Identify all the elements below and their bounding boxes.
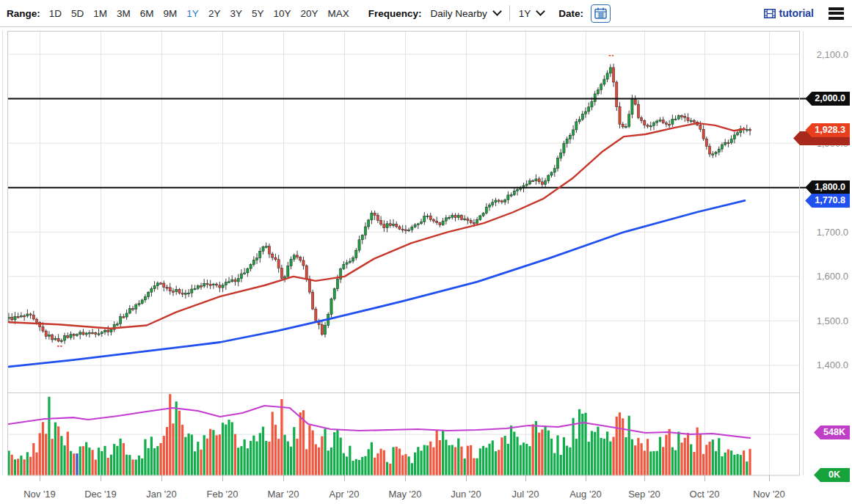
calendar-button[interactable] — [591, 4, 611, 23]
x-axis-label: Jan '20 — [146, 489, 177, 500]
film-icon — [764, 9, 776, 18]
x-axis-label: Nov '20 — [753, 489, 785, 500]
ma200-line — [9, 200, 745, 366]
toolbar: Range: 1D5D1M3M6M9M1Y2Y3Y5Y10Y20YMAX Fre… — [0, 0, 852, 27]
range-label: Range: — [7, 8, 40, 19]
range-1m[interactable]: 1M — [93, 8, 107, 19]
volume-ma-line — [9, 406, 750, 438]
range-5y[interactable]: 5Y — [252, 8, 264, 19]
range-max[interactable]: MAX — [327, 8, 349, 19]
range-3y[interactable]: 3Y — [230, 8, 242, 19]
x-axis-label: Feb '20 — [207, 489, 239, 500]
period-dropdown[interactable]: 1Y — [519, 8, 545, 19]
volume-ma-badge: 548K — [814, 426, 850, 439]
range-1d[interactable]: 1D — [49, 8, 62, 19]
range-20y[interactable]: 20Y — [300, 8, 318, 19]
ma200-value-badge: 1,770.8 — [805, 194, 850, 208]
range-list: 1D5D1M3M6M9M1Y2Y3Y5Y10Y20YMAX — [49, 8, 349, 19]
y-axis-label: 1,700.0 — [817, 227, 848, 238]
range-9m[interactable]: 9M — [164, 8, 178, 19]
chevron-down-icon — [492, 7, 502, 16]
price-chart[interactable]: Nov '19Dec '19Jan '20Feb '20Mar '20Apr '… — [0, 0, 852, 504]
x-axis-label: Dec '19 — [84, 489, 117, 500]
x-axis-label: Jul '20 — [511, 489, 539, 500]
hline-price-badge[interactable]: 1,800.0 — [805, 180, 850, 194]
x-axis-label: Mar '20 — [268, 489, 299, 500]
x-axis-label: Aug '20 — [569, 489, 602, 500]
app-window: Range: 1D5D1M3M6M9M1Y2Y3Y5Y10Y20YMAX Fre… — [0, 0, 852, 504]
last-price-badge: 1,928.3 — [805, 123, 850, 137]
price-panel-border — [8, 32, 800, 393]
date-label: Date: — [558, 8, 583, 19]
candles — [7, 64, 751, 344]
calendar-icon — [594, 7, 607, 19]
tutorial-link[interactable]: tutorial — [764, 7, 814, 19]
period-value: 1Y — [519, 8, 531, 19]
range-5d[interactable]: 5D — [71, 8, 84, 19]
gridlines — [7, 31, 800, 475]
x-axis-label: Jun '20 — [451, 489, 481, 500]
x-axis-label: Sep '20 — [628, 489, 660, 500]
range-10y[interactable]: 10Y — [273, 8, 291, 19]
frequency-value: Daily Nearby — [431, 8, 487, 19]
y-axis-label: 1,400.0 — [817, 359, 848, 370]
x-axis-label: Oct '20 — [690, 489, 720, 500]
ma50-line — [9, 123, 745, 329]
range-3m[interactable]: 3M — [117, 8, 131, 19]
range-1y[interactable]: 1Y — [186, 8, 199, 19]
hline-price-badge[interactable]: 2,000.0 — [805, 92, 850, 106]
range-2y[interactable]: 2Y — [208, 8, 221, 19]
tutorial-label: tutorial — [779, 7, 814, 19]
y-axis-label: 1,500.0 — [817, 315, 848, 326]
x-axis-label: Apr '20 — [329, 489, 360, 500]
frequency-label: Frequency: — [368, 8, 422, 19]
y-axis-label: 2,100.0 — [817, 49, 848, 60]
x-axis-label: May '20 — [388, 489, 421, 500]
chevron-down-icon — [536, 7, 545, 16]
range-6m[interactable]: 6M — [140, 8, 154, 19]
frequency-dropdown[interactable]: Daily Nearby — [431, 8, 500, 19]
x-axis-label: Nov '19 — [23, 489, 56, 500]
toolbar-separator — [509, 5, 510, 21]
volume-zero-badge: 0K — [814, 468, 850, 482]
y-axis-label: 1,600.0 — [817, 271, 848, 282]
menu-button[interactable] — [827, 4, 845, 23]
